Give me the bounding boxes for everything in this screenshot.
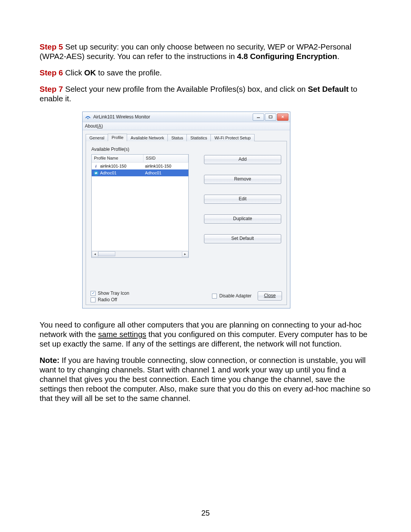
wireless-monitor-window: AirLink101 Wireless Monitor ✕ About(A) G… <box>82 112 290 308</box>
checkbox-unchecked-icon <box>212 294 217 299</box>
scroll-track[interactable] <box>98 251 182 257</box>
step5-paragraph: Step 5 Set up security: you can only cho… <box>40 42 374 61</box>
col-ssid[interactable]: SSID <box>143 155 188 162</box>
adhoc-icon: ⇄ <box>93 170 99 176</box>
close-window-button[interactable]: ✕ <box>277 113 288 121</box>
remove-button[interactable]: Remove <box>204 175 281 184</box>
close-button[interactable]: Close <box>258 291 282 300</box>
tab-profile[interactable]: Profile <box>108 134 127 141</box>
window-titlebar[interactable]: AirLink101 Wireless Monitor ✕ <box>83 112 290 122</box>
step6-label: Step 6 <box>40 68 65 77</box>
list-header[interactable]: Profile Name SSID <box>92 155 188 163</box>
edit-button[interactable]: Edit <box>204 195 281 204</box>
window-title: AirLink101 Wireless Monitor <box>93 114 150 120</box>
step7-label: Step 7 <box>40 85 65 93</box>
radio-off-checkbox[interactable]: Radio Off <box>91 297 129 302</box>
set-default-button[interactable]: Set Default <box>204 234 281 243</box>
tab-status[interactable]: Status <box>167 134 187 141</box>
svg-point-0 <box>87 118 88 119</box>
step7-paragraph: Step 7 Select your new profile from the … <box>40 84 374 103</box>
tab-statistics[interactable]: Statistics <box>186 134 211 141</box>
step6-paragraph: Step 6 Click OK to save the profile. <box>40 68 374 77</box>
add-button[interactable]: Add <box>204 155 281 164</box>
tab-general[interactable]: General <box>86 134 108 141</box>
infrastructure-icon: i <box>93 163 99 169</box>
note-label: Note: <box>40 356 59 364</box>
tab-wps[interactable]: Wi-Fi Protect Setup <box>210 134 254 141</box>
scroll-left-icon[interactable]: ◄ <box>92 251 98 257</box>
available-profiles-label: Available Profile(s) <box>86 141 287 154</box>
duplicate-button[interactable]: Duplicate <box>204 214 281 224</box>
scroll-right-icon[interactable]: ► <box>182 251 188 257</box>
list-item[interactable]: i airlink101-150 airlink101-150 <box>92 163 188 169</box>
disable-adapter-checkbox[interactable]: Disable Adapter <box>212 293 252 299</box>
tab-available-network[interactable]: Available Network <box>127 134 168 141</box>
horizontal-scrollbar[interactable]: ◄ ► <box>92 251 188 257</box>
col-profile-name[interactable]: Profile Name <box>92 155 143 162</box>
app-icon <box>85 114 91 120</box>
maximize-button[interactable] <box>265 113 276 121</box>
checkbox-unchecked-icon <box>91 297 96 302</box>
minimize-button[interactable] <box>253 113 264 121</box>
page-number: 25 <box>0 509 411 518</box>
show-tray-checkbox[interactable]: ✓ Show Tray Icon <box>91 291 129 296</box>
list-item[interactable]: ⇄ Adhoc01 Adhoc01 <box>92 169 188 176</box>
profiles-listbox[interactable]: Profile Name SSID i airlink101-150 airli… <box>91 154 189 258</box>
checkbox-checked-icon: ✓ <box>91 291 96 296</box>
svg-rect-2 <box>269 116 272 118</box>
menubar[interactable]: About(A) <box>83 122 290 130</box>
post-paragraph-1: You need to configure all other computer… <box>40 320 374 348</box>
tabstrip: General Profile Available Network Status… <box>86 133 287 141</box>
menu-about[interactable]: About(A) <box>85 123 103 129</box>
scroll-thumb[interactable] <box>98 251 115 256</box>
step5-label: Step 5 <box>40 42 65 51</box>
note-paragraph: Note: If you are having trouble connecti… <box>40 355 374 403</box>
